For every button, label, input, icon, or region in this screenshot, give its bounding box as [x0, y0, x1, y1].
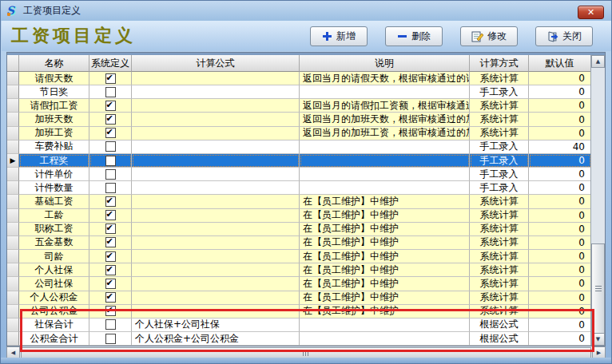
cell-system-defined[interactable] — [89, 113, 132, 126]
cell-calc-method[interactable]: 系统计算 — [470, 113, 529, 126]
cell-calc-method[interactable]: 系统计算 — [470, 250, 529, 263]
cell-system-defined[interactable] — [89, 181, 132, 195]
table-row[interactable]: 个人公积金在【员工维护】中维护系统计算0 — [7, 291, 591, 305]
cell-default-value[interactable]: 0 — [529, 318, 591, 332]
column-header[interactable]: 计算公式 — [132, 55, 300, 72]
cell-formula[interactable] — [132, 209, 300, 223]
column-header[interactable]: 系统定义 — [89, 55, 132, 72]
cell-default-value[interactable]: 0 — [529, 305, 591, 318]
cell-formula[interactable] — [132, 99, 300, 113]
scroll-down-arrow-icon[interactable]: ▼ — [591, 333, 605, 346]
table-row[interactable]: 公积金合计个人公积金+公司公积金根据公式0 — [7, 332, 591, 346]
cell-calc-method[interactable]: 系统计算 — [470, 127, 529, 140]
cell-description[interactable] — [300, 168, 470, 181]
system-defined-checkbox[interactable] — [105, 128, 116, 138]
row-header-cell[interactable] — [7, 99, 19, 113]
system-defined-checkbox[interactable] — [105, 306, 116, 316]
cell-default-value[interactable]: 0 — [529, 127, 591, 140]
row-header-cell[interactable] — [7, 318, 19, 332]
row-header-cell[interactable] — [7, 113, 19, 126]
cell-description[interactable]: 在【员工维护】中维护 — [300, 263, 470, 277]
cell-description[interactable]: 在【员工维护】中维护 — [300, 250, 470, 263]
horizontal-scroll-thumb[interactable] — [21, 347, 591, 358]
row-header-cell[interactable] — [7, 277, 19, 291]
cell-default-value[interactable]: 0 — [529, 291, 591, 305]
row-header-cell[interactable] — [7, 140, 19, 154]
system-defined-checkbox[interactable] — [105, 73, 116, 84]
cell-default-value[interactable]: 0 — [529, 195, 591, 208]
row-header-cell[interactable] — [7, 72, 19, 85]
cell-default-value[interactable]: 0 — [529, 181, 591, 195]
system-defined-checkbox[interactable] — [105, 183, 116, 193]
cell-system-defined[interactable] — [89, 195, 132, 208]
cell-name[interactable]: 社保合计 — [19, 318, 89, 332]
cell-formula[interactable] — [132, 223, 300, 236]
table-row[interactable]: 五金基数在【员工维护】中维护系统计算0 — [7, 236, 591, 250]
row-header-cell[interactable] — [7, 291, 19, 305]
cell-calc-method[interactable]: 手工录入 — [470, 181, 529, 195]
cell-calc-method[interactable]: 系统计算 — [470, 305, 529, 318]
table-row[interactable]: 社保合计个人社保+公司社保根据公式0 — [7, 318, 591, 332]
table-row[interactable]: 请假扣工资返回当月的请假扣工资额，根据审核通过的请假单系统计算0 — [7, 99, 591, 113]
row-header-cell[interactable] — [7, 263, 19, 277]
row-header-cell[interactable] — [7, 195, 19, 208]
cell-calc-method[interactable]: 手工录入 — [470, 85, 529, 99]
cell-name[interactable]: 职称工资 — [19, 223, 89, 236]
cell-system-defined[interactable] — [89, 154, 132, 168]
scroll-up-arrow-icon[interactable]: ▲ — [591, 55, 605, 68]
cell-calc-method[interactable]: 系统计算 — [470, 99, 529, 113]
cell-default-value[interactable]: 0 — [529, 168, 591, 181]
cell-name[interactable]: 计件数量 — [19, 181, 89, 195]
system-defined-checkbox[interactable] — [105, 237, 116, 247]
cell-description[interactable]: 在【员工维护】中维护 — [300, 195, 470, 208]
cell-name[interactable]: 加班天数 — [19, 113, 89, 126]
cell-formula[interactable] — [132, 291, 300, 305]
cell-calc-method[interactable]: 手工录入 — [470, 154, 529, 168]
cell-formula[interactable] — [132, 250, 300, 263]
row-header-cell[interactable] — [7, 236, 19, 250]
system-defined-checkbox[interactable] — [105, 141, 116, 152]
table-row[interactable]: 车费补贴手工录入40 — [7, 140, 591, 154]
cell-default-value[interactable]: 0 — [529, 154, 591, 168]
toolbar-button-close[interactable]: 关闭 — [535, 26, 593, 46]
cell-calc-method[interactable]: 系统计算 — [470, 223, 529, 236]
cell-calc-method[interactable]: 根据公式 — [470, 318, 529, 332]
cell-formula[interactable] — [132, 72, 300, 85]
table-row[interactable]: 司龄在【员工维护】中维护系统计算0 — [7, 250, 591, 263]
column-header[interactable]: 名称 — [19, 55, 89, 72]
system-defined-checkbox[interactable] — [105, 101, 116, 111]
cell-name[interactable]: 基础工资 — [19, 195, 89, 208]
cell-description[interactable]: 在【员工维护】中维护 — [300, 277, 470, 291]
cell-formula[interactable] — [132, 195, 300, 208]
toolbar-button-modify[interactable]: 修改 — [460, 26, 518, 46]
row-header-cell[interactable] — [7, 209, 19, 223]
cell-formula[interactable] — [132, 277, 300, 291]
cell-description[interactable]: 在【员工维护】中维护 — [300, 223, 470, 236]
system-defined-checkbox[interactable] — [105, 87, 116, 97]
cell-default-value[interactable]: 0 — [529, 72, 591, 85]
cell-formula[interactable] — [132, 154, 300, 168]
cell-default-value[interactable]: 0 — [529, 113, 591, 126]
cell-name[interactable]: 车费补贴 — [19, 140, 89, 154]
cell-description[interactable] — [300, 318, 470, 332]
cell-name[interactable]: 工龄 — [19, 209, 89, 223]
cell-system-defined[interactable] — [89, 291, 132, 305]
cell-default-value[interactable]: 0 — [529, 250, 591, 263]
cell-formula[interactable]: 个人社保+公司社保 — [132, 318, 300, 332]
cell-system-defined[interactable] — [89, 99, 132, 113]
row-header-cell[interactable] — [7, 127, 19, 140]
cell-description[interactable]: 在【员工维护】中维护 — [300, 305, 470, 318]
cell-description[interactable]: 返回当月的请假扣工资额，根据审核通过的请假单 — [300, 99, 470, 113]
cell-description[interactable] — [300, 85, 470, 99]
table-row[interactable]: 工龄在【员工维护】中维护系统计算0 — [7, 209, 591, 223]
cell-name[interactable]: 公司社保 — [19, 277, 89, 291]
system-defined-checkbox[interactable] — [105, 156, 116, 166]
cell-description[interactable]: 在【员工维护】中维护 — [300, 291, 470, 305]
cell-default-value[interactable]: 0 — [529, 99, 591, 113]
cell-default-value[interactable]: 0 — [529, 209, 591, 223]
cell-system-defined[interactable] — [89, 140, 132, 154]
window-close-button[interactable]: ✕ — [578, 6, 604, 19]
cell-name[interactable]: 请假天数 — [19, 72, 89, 85]
cell-description[interactable] — [300, 332, 470, 346]
cell-description[interactable]: 在【员工维护】中维护 — [300, 236, 470, 250]
